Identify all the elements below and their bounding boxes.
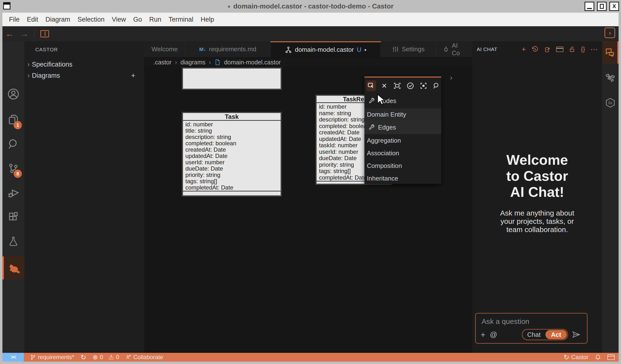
problems-indicator[interactable]: ⊗ 0 ⚠ 0 <box>93 354 119 361</box>
validate-check-icon[interactable] <box>405 80 415 91</box>
rail-flow-item[interactable] <box>602 69 619 86</box>
tab-settings-label: Settings <box>402 45 425 53</box>
breadcrumb: .castor › diagrams › domain-model.castor <box>144 57 472 67</box>
attach-plus-icon[interactable]: + <box>481 330 485 339</box>
menu-selection[interactable]: Selection <box>74 13 108 26</box>
menu-terminal[interactable]: Terminal <box>165 13 197 26</box>
minimize-button[interactable] <box>585 2 594 11</box>
subtitle-line: team collaboration. <box>472 225 602 234</box>
palette-overflow-chevron[interactable]: › <box>450 73 452 82</box>
search-icon[interactable] <box>2 136 24 153</box>
sliders-icon <box>392 46 399 53</box>
castor-activity-item[interactable] <box>2 256 24 279</box>
unlock-icon[interactable] <box>569 46 576 53</box>
select-tool-icon[interactable] <box>366 80 376 91</box>
sync-indicator[interactable]: ↻ <box>80 353 86 361</box>
breadcrumb-file[interactable]: domain-model.castor <box>224 59 281 66</box>
split-editor-icon[interactable] <box>40 30 49 37</box>
search-tool-icon[interactable] <box>431 80 441 91</box>
entity-task-methods <box>183 191 281 196</box>
maximize-button[interactable] <box>597 2 607 11</box>
menu-go[interactable]: Go <box>129 13 146 26</box>
breadcrumb-root[interactable]: .castor <box>153 59 172 66</box>
subtitle-line: Ask me anything about <box>472 209 602 217</box>
new-chat-plus-icon[interactable]: + <box>522 45 526 53</box>
chat-act-toggle[interactable]: Chat Act <box>522 329 568 340</box>
chat-input-box[interactable]: Ask a question + @ Chat Act <box>475 313 587 344</box>
explorer-files-icon[interactable]: 1 <box>2 111 24 128</box>
tab-welcome[interactable]: Welcome <box>144 41 185 57</box>
remote-indicator[interactable]: >< <box>2 353 24 362</box>
sidebar-item-specifications[interactable]: › Specifications <box>24 59 144 70</box>
files-badge: 1 <box>14 121 22 129</box>
palette-item-inheritance[interactable]: Inheritance <box>364 172 441 185</box>
menu-view[interactable]: View <box>108 13 129 26</box>
window-controls: X <box>585 2 619 11</box>
test-flask-icon[interactable] <box>2 233 24 250</box>
palette-item-composition[interactable]: Composition <box>364 159 441 172</box>
extensions-icon[interactable] <box>2 208 24 225</box>
welcome-line: to Castor <box>472 168 602 184</box>
more-actions-icon[interactable]: ⋯ <box>590 45 598 53</box>
palette-item-domain-entity[interactable]: Domain Entity <box>364 108 441 121</box>
chat-input-toolbar: + @ Chat Act <box>476 329 587 340</box>
mode-act-option[interactable]: Act <box>545 330 567 339</box>
menu-diagram[interactable]: Diagram <box>42 13 74 26</box>
fit-view-icon[interactable] <box>392 80 402 91</box>
history-icon[interactable] <box>531 46 539 53</box>
mode-chat-option[interactable]: Chat <box>522 331 545 338</box>
ai-chat-title: AI CHAT <box>477 46 497 52</box>
tab-settings[interactable]: Settings <box>381 41 436 57</box>
activity-bar: 1 8 ⚙ <box>2 41 24 353</box>
rail-hex-item[interactable]: 0x <box>602 94 619 111</box>
attribute-row: completed: boolean <box>183 140 281 147</box>
welcome-line: Welcome <box>472 152 602 168</box>
aggregation-label: Aggregation <box>367 137 401 144</box>
layout-icon[interactable] <box>607 355 615 360</box>
palette-toolbar: ✕ <box>364 79 441 93</box>
palette-item-association[interactable]: Association <box>364 147 441 159</box>
title-bar: ● domain-model.castor - castor-todo-demo… <box>0 0 621 13</box>
navigation-toolbar: ← → › <box>2 26 619 41</box>
breadcrumb-folder[interactable]: diagrams <box>181 59 206 66</box>
code-braces-icon[interactable]: {} <box>581 45 585 53</box>
tab-ai-code-label: AI Co <box>452 42 465 57</box>
tab-domain-model[interactable]: domain-model.castor U ● <box>270 41 381 57</box>
domain-entity-label: Domain Entity <box>367 111 406 118</box>
chat-input-placeholder[interactable]: Ask a question <box>482 317 529 326</box>
entity-box-partial[interactable] <box>182 68 281 89</box>
errors-icon: ⊗ <box>93 354 98 361</box>
menu-run[interactable]: Run <box>146 13 165 26</box>
export-chat-icon[interactable] <box>544 46 551 53</box>
rail-chat-item[interactable] <box>602 41 619 64</box>
window-title: ● domain-model.castor - castor-todo-demo… <box>0 0 621 13</box>
close-button[interactable]: X <box>609 2 619 11</box>
tab-ai-code[interactable]: AI Co <box>436 41 472 57</box>
status-right: ↻ Castor <box>564 353 615 362</box>
send-icon[interactable] <box>572 330 580 339</box>
menu-file[interactable]: File <box>5 13 23 26</box>
editor-tabs: Welcome M↓ requirements.md domain-model.… <box>144 41 472 57</box>
panel-toggle-icon[interactable]: › <box>604 27 615 38</box>
menu-edit[interactable]: Edit <box>23 13 42 26</box>
source-control-icon[interactable]: 8 <box>2 160 24 177</box>
back-arrow-icon[interactable]: ← <box>2 29 17 39</box>
layout-panel-icon[interactable] <box>556 47 563 52</box>
entity-task[interactable]: Task id: number title: string descriptio… <box>182 112 281 196</box>
add-diagram-button[interactable]: + <box>131 71 135 80</box>
palette-item-aggregation[interactable]: Aggregation <box>364 134 441 147</box>
forward-arrow-icon[interactable]: → <box>17 29 32 39</box>
collaborate-button[interactable]: Collaborate <box>126 354 163 361</box>
notifications-bell-icon[interactable] <box>595 354 601 360</box>
sidebar-item-diagrams[interactable]: › Diagrams + <box>24 70 144 81</box>
mention-at-icon[interactable]: @ <box>490 330 497 339</box>
center-focus-icon[interactable] <box>419 80 428 91</box>
menu-help[interactable]: Help <box>197 13 218 26</box>
delete-tool-icon[interactable]: ✕ <box>380 80 389 91</box>
accounts-icon[interactable] <box>2 86 24 103</box>
tab-requirements[interactable]: M↓ requirements.md <box>185 41 270 57</box>
castor-status-item[interactable]: ↻ Castor <box>564 353 588 361</box>
subtitle-line: your projects, tasks, or <box>472 217 602 225</box>
run-debug-icon[interactable] <box>2 184 24 201</box>
branch-indicator[interactable]: requirements* <box>30 354 74 361</box>
